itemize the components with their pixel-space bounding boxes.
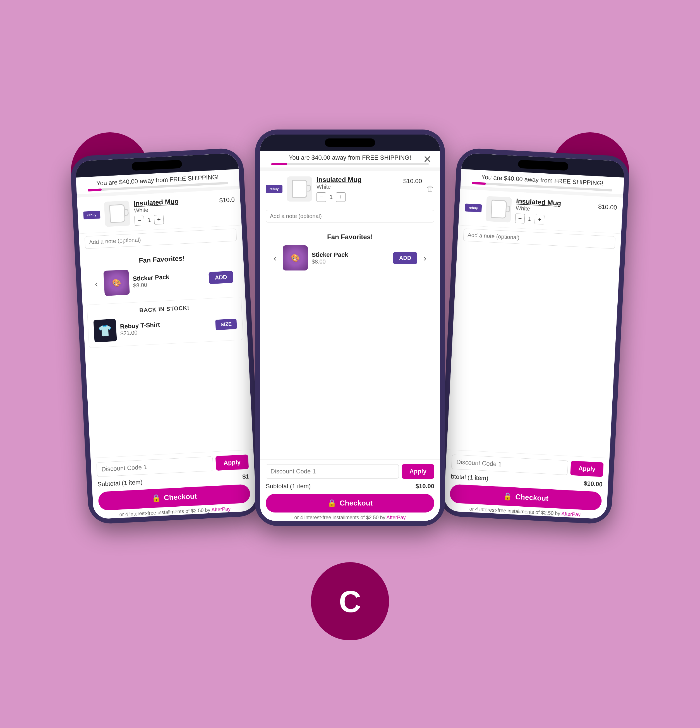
phone-c-shipping-text: You are $40.00 away from FREE SHIPPING! — [266, 154, 434, 161]
phone-b-cart-content: rebuy Insulated Mug White − 1 + — [447, 189, 623, 458]
phone-a-lock-icon: 🔒 — [151, 494, 161, 503]
phone-b-cart-bottom: Apply btotal (1 item) $10.00 🔒 Checkout … — [443, 449, 609, 519]
phone-b-mug-handle — [506, 205, 510, 212]
phone-c-product-row: rebuy Insulated Mug White − 1 + — [260, 171, 440, 207]
phone-b-qty-row: − 1 + — [515, 214, 593, 227]
phone-c-qty-minus[interactable]: − — [316, 192, 326, 202]
phone-a-tshirt-icon: 👕 — [98, 324, 112, 338]
label-c: C — [311, 562, 389, 640]
phone-c-price: $10.00 — [403, 176, 422, 185]
phone-c-discount-input[interactable] — [266, 464, 399, 479]
phone-c-afterpay-link[interactable]: AfterPay — [387, 515, 406, 520]
phone-a-back-stock: BACK IN STOCK! 👕 Rebuy T-Shirt $21.00 SI… — [87, 297, 243, 348]
phone-a-product-info: Insulated Mug White − 1 + — [133, 195, 216, 225]
phone-a-discount-row: Apply — [96, 454, 249, 477]
phone-a-subtotal-label: Subtotal (1 item) — [97, 478, 143, 488]
phone-b-qty-minus[interactable]: − — [515, 214, 525, 224]
phone-c-fan-title: Fan Favorites! — [266, 233, 434, 241]
phone-a-cart-bottom: Apply Subtotal (1 item) $1 🔒 Checkout or… — [91, 449, 257, 519]
phone-a-price: $10.0 — [219, 194, 235, 204]
phone-c-trash-icon[interactable]: 🗑 — [426, 184, 434, 194]
phone-a-qty-minus[interactable]: − — [134, 216, 144, 226]
phone-a-discount-input[interactable] — [96, 456, 213, 477]
phone-b-lock-icon: 🔒 — [503, 492, 512, 501]
phone-c-close-btn[interactable]: ✕ — [423, 153, 432, 165]
phone-b-product-info: Insulated Mug White − 1 + — [515, 197, 594, 227]
phone-c-logo: rebuy — [266, 185, 283, 193]
phone-c-qty-row: − 1 + — [316, 192, 399, 202]
phone-b-mug — [491, 199, 507, 218]
phone-c-checkout-label: Checkout — [340, 499, 372, 507]
phone-c-qty-val: 1 — [329, 194, 333, 201]
phone-a-cart-content: rebuy Insulated Mug White − 1 + — [77, 189, 253, 458]
phone-c-pill — [325, 139, 375, 147]
phone-a-logo: rebuy — [83, 211, 100, 219]
phone-c-screen: ✕ You are $40.00 away from FREE SHIPPING… — [260, 134, 440, 521]
phone-c-progress-bg — [271, 163, 429, 165]
phone-c-progress-fill — [271, 163, 287, 165]
phone-c-lock-icon: 🔒 — [328, 499, 336, 507]
phone-a-progress-fill — [88, 188, 102, 192]
phone-a-size-btn[interactable]: SIZE — [215, 319, 237, 330]
phone-c-cart-content: rebuy Insulated Mug White − 1 + — [260, 171, 440, 459]
phone-c-shipping-bar: You are $40.00 away from FREE SHIPPING! — [260, 151, 440, 168]
phone-c-cart-bottom: Apply Subtotal (1 item) $10.00 🔒 Checkou… — [260, 459, 440, 521]
phone-c-checkout-btn[interactable]: 🔒 Checkout — [266, 494, 434, 513]
phone-c-note-area — [260, 207, 440, 225]
phone-b-logo: rebuy — [465, 204, 482, 212]
phone-c-sticker-price: $8.00 — [312, 259, 389, 265]
phone-a-sticker-img: 🎨 — [103, 270, 130, 296]
phone-c-prev-arrow[interactable]: ‹ — [271, 253, 279, 263]
phone-c-fan-section: Fan Favorites! ‹ 🎨 Sticker Pack $8.00 AD… — [260, 228, 440, 276]
phone-a-fan-section: Fan Favorites! ‹ 🎨 Sticker Pack $8.00 AD… — [80, 246, 245, 302]
phone-c-sticker-img: 🎨 — [283, 246, 308, 270]
phone-c-afterpay: or 4 interest-free installments of $2.50… — [266, 515, 434, 521]
phone-a-product-img — [104, 201, 130, 227]
phone-c-sticker-name: Sticker Pack — [312, 251, 389, 259]
phone-c-product-img — [287, 176, 312, 202]
phone-b-screen: You are $40.00 away from FREE SHIPPING! … — [443, 153, 625, 520]
phone-b-subtotal-value: $10.00 — [584, 480, 603, 488]
phone-b-pill — [518, 160, 568, 170]
phone-a-mug-handle — [124, 209, 128, 216]
phone-a-qty-val: 1 — [147, 216, 151, 224]
phone-a-qty-plus[interactable]: + — [154, 215, 164, 225]
phone-b-progress-fill — [472, 182, 486, 185]
phone-c-subtotal-row: Subtotal (1 item) $10.00 — [266, 482, 434, 490]
phone-c-notch — [260, 134, 440, 151]
phone-c-next-arrow[interactable]: › — [421, 253, 429, 263]
phone-c-product-info: Insulated Mug White − 1 + — [316, 176, 399, 202]
phone-b-qty-plus[interactable]: + — [534, 215, 544, 225]
phone-a-apply-btn[interactable]: Apply — [215, 454, 249, 471]
phone-c-discount-row: Apply — [266, 464, 434, 479]
phone-b: You are $40.00 away from FREE SHIPPING! … — [438, 148, 630, 525]
phone-b-subtotal-label: btotal (1 item) — [451, 473, 489, 482]
phone-b-qty-val: 1 — [528, 215, 532, 223]
phone-b-afterpay-link[interactable]: AfterPay — [561, 511, 581, 517]
phone-c-mug-handle — [307, 185, 311, 192]
phone-c-product-variant: White — [316, 184, 399, 190]
phone-b-apply-btn[interactable]: Apply — [570, 461, 604, 477]
phone-b-discount-input[interactable] — [451, 454, 568, 475]
phone-a-tshirt-info: Rebuy T-Shirt $21.00 — [120, 318, 212, 337]
phone-c-add-btn[interactable]: ADD — [393, 252, 417, 264]
phone-a-back-row: 👕 Rebuy T-Shirt $21.00 SIZE — [94, 313, 237, 342]
phone-a-afterpay-link[interactable]: AfterPay — [211, 506, 231, 513]
phone-a-prev-arrow[interactable]: ‹ — [92, 279, 101, 289]
phone-b-price: $10.00 — [598, 201, 618, 211]
phone-c-qty-plus[interactable]: + — [336, 192, 345, 202]
phone-b-discount-row: Apply — [451, 454, 604, 477]
phone-c-fan-row: ‹ 🎨 Sticker Pack $8.00 ADD › — [266, 246, 434, 270]
phone-a-add-btn[interactable]: ADD — [208, 271, 233, 284]
phone-c-note-input[interactable] — [266, 210, 434, 222]
phone-a-pill — [131, 160, 182, 170]
phone-b-checkout-label: Checkout — [515, 493, 549, 503]
phone-a-screen: You are $40.00 away from FREE SHIPPING! … — [75, 153, 257, 520]
phone-c-fan-info: Sticker Pack $8.00 — [312, 251, 389, 265]
phone-c-apply-btn[interactable]: Apply — [402, 464, 434, 479]
phone-a-fan-info: Sticker Pack $8.00 — [133, 271, 205, 289]
phone-c-subtotal-label: Subtotal (1 item) — [266, 482, 311, 490]
phone-c-mug — [292, 180, 307, 198]
phone-a-qty-row: − 1 + — [134, 212, 216, 225]
phone-a-mug — [109, 204, 125, 223]
